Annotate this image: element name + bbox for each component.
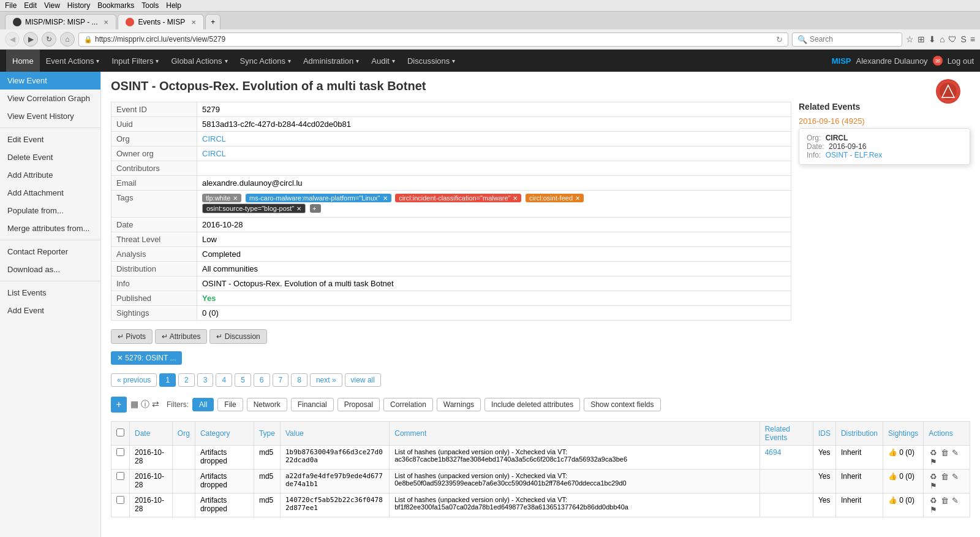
- nav-sync-actions[interactable]: Sync Actions▾: [234, 50, 297, 72]
- tag-remove-icon[interactable]: ✕: [383, 195, 388, 202]
- menu-view[interactable]: View: [44, 1, 60, 10]
- col-comment[interactable]: Comment: [390, 422, 760, 446]
- row-select-checkbox[interactable]: [116, 448, 124, 456]
- nav-event-actions[interactable]: Event Actions▾: [40, 50, 106, 72]
- sidebar-item-view-correlation-graph[interactable]: View Correlation Graph: [0, 90, 100, 107]
- sidebar-item-add-event[interactable]: Add Event: [0, 302, 100, 319]
- forward-button[interactable]: ▶: [23, 32, 38, 47]
- sidebar-item-view-event-history[interactable]: View Event History: [0, 107, 100, 125]
- nav-administration[interactable]: Administration▾: [297, 50, 365, 72]
- page-button-3[interactable]: 3: [197, 373, 214, 387]
- browser-search-box[interactable]: 🔍: [792, 32, 902, 47]
- col-date[interactable]: Date: [130, 422, 173, 446]
- address-input[interactable]: 🔒 https://misppriv.circl.lu/events/view/…: [78, 32, 788, 47]
- page-button-1[interactable]: 1: [159, 373, 176, 387]
- page-button-2[interactable]: 2: [178, 373, 195, 387]
- col-value[interactable]: Value: [280, 422, 389, 446]
- menu-edit[interactable]: Edit: [24, 1, 37, 10]
- flag-icon[interactable]: ⚑: [930, 505, 937, 514]
- menu-bookmarks[interactable]: Bookmarks: [97, 1, 134, 10]
- flag-icon[interactable]: ⚑: [930, 481, 937, 490]
- discussion-button[interactable]: ↵ Discussion: [209, 329, 266, 344]
- delete-icon[interactable]: 🗑: [941, 472, 949, 481]
- home-nav-icon[interactable]: ⌂: [940, 34, 944, 44]
- tab-github[interactable]: MISP/MISP: MISP - ... ✕: [5, 14, 116, 29]
- tag-remove-icon[interactable]: ✕: [513, 195, 518, 202]
- filter-proposal[interactable]: Proposal: [337, 398, 380, 411]
- row-select-checkbox[interactable]: [116, 496, 124, 504]
- columns-icon[interactable]: ▦: [130, 399, 138, 410]
- menu-icon[interactable]: ≡: [970, 34, 975, 44]
- filter-network[interactable]: Network: [247, 398, 287, 411]
- filter-file[interactable]: File: [217, 398, 243, 411]
- related-event-id-link[interactable]: 4694: [765, 448, 782, 457]
- attributes-button[interactable]: ↵ Attributes: [155, 329, 207, 344]
- tag-remove-icon[interactable]: ✕: [575, 195, 580, 202]
- edit-icon[interactable]: ✎: [952, 448, 959, 457]
- bookmark-icon[interactable]: ☆: [906, 34, 914, 44]
- menu-help[interactable]: Help: [166, 1, 181, 10]
- sidebar-item-add-attachment[interactable]: Add Attachment: [0, 184, 100, 202]
- reload-icon[interactable]: ↻: [776, 35, 783, 44]
- nav-input-filters[interactable]: Input Filters▾: [105, 50, 165, 72]
- nav-discussions[interactable]: Discussions▾: [401, 50, 461, 72]
- col-category[interactable]: Category: [195, 422, 254, 446]
- sidebar-item-edit-event[interactable]: Edit Event: [0, 131, 100, 148]
- info-icon[interactable]: ⓘ: [141, 399, 149, 410]
- sidebar-item-contact-reporter[interactable]: Contact Reporter: [0, 243, 100, 261]
- next-page-button[interactable]: next »: [310, 373, 342, 387]
- tab-github-close[interactable]: ✕: [104, 19, 108, 26]
- col-ids[interactable]: IDS: [813, 422, 835, 446]
- menu-tools[interactable]: Tools: [141, 1, 159, 10]
- nav-global-actions[interactable]: Global Actions▾: [165, 50, 233, 72]
- sidebar-item-populate-from[interactable]: Populate from...: [0, 202, 100, 219]
- owner-org-link[interactable]: CIRCL: [202, 149, 226, 158]
- tag-add-icon[interactable]: +: [310, 204, 321, 213]
- page-button-8[interactable]: 8: [291, 373, 307, 387]
- prev-page-button[interactable]: « previous: [111, 373, 157, 387]
- filter-show-context[interactable]: Show context fields: [584, 398, 660, 411]
- bookmark-list-icon[interactable]: ⊞: [918, 34, 925, 44]
- pivot-tag[interactable]: ✕ 5279: OSINT ...: [111, 351, 182, 365]
- new-tab-button[interactable]: +: [205, 14, 221, 29]
- filter-financial[interactable]: Financial: [291, 398, 334, 411]
- col-sightings[interactable]: Sightings: [883, 422, 923, 446]
- sidebar-item-list-events[interactable]: List Events: [0, 284, 100, 302]
- home-button[interactable]: ⌂: [60, 32, 75, 47]
- add-attribute-button[interactable]: +: [111, 397, 127, 413]
- view-all-button[interactable]: view all: [345, 373, 381, 387]
- sidebar-item-delete-event[interactable]: Delete Event: [0, 148, 100, 166]
- tab-misp[interactable]: Events - MISP ✕: [118, 14, 204, 29]
- nav-home[interactable]: Home: [6, 50, 40, 72]
- sidebar-item-view-event[interactable]: View Event: [0, 72, 100, 90]
- row-select-checkbox[interactable]: [116, 472, 124, 480]
- logout-button[interactable]: Log out: [948, 56, 974, 66]
- tag-remove-icon[interactable]: ✕: [296, 205, 301, 212]
- page-button-6[interactable]: 6: [254, 373, 270, 387]
- col-type[interactable]: Type: [254, 422, 280, 446]
- reload-button[interactable]: ↻: [42, 32, 56, 47]
- sidebar-item-add-attribute[interactable]: Add Attribute: [0, 166, 100, 184]
- col-distribution[interactable]: Distribution: [835, 422, 883, 446]
- page-button-4[interactable]: 4: [216, 373, 232, 387]
- col-related-events[interactable]: Related Events: [760, 422, 813, 446]
- recycle-icon[interactable]: ♻: [930, 472, 937, 481]
- recycle-icon[interactable]: ♻: [930, 448, 937, 457]
- delete-icon[interactable]: 🗑: [941, 448, 949, 457]
- pocket-icon[interactable]: S: [960, 34, 966, 44]
- tag-remove-icon[interactable]: ✕: [233, 195, 238, 202]
- related-event-link[interactable]: 2016-09-16 (4925): [799, 116, 865, 126]
- select-all-checkbox[interactable]: [116, 428, 124, 436]
- col-org[interactable]: Org: [172, 422, 195, 446]
- back-button[interactable]: ◀: [5, 32, 20, 47]
- download-icon[interactable]: ⬇: [929, 34, 936, 44]
- tooltip-info-link[interactable]: OSINT - ELF.Rex: [826, 151, 882, 159]
- sidebar-item-merge-attributes[interactable]: Merge attributes from...: [0, 219, 100, 237]
- flag-icon[interactable]: ⚑: [930, 457, 937, 467]
- page-button-5[interactable]: 5: [235, 373, 251, 387]
- pivots-button[interactable]: ↵ Pivots: [111, 329, 153, 344]
- search-input[interactable]: [810, 35, 895, 44]
- page-button-7[interactable]: 7: [273, 373, 289, 387]
- sighting-button[interactable]: 👍: [888, 448, 897, 457]
- delete-icon[interactable]: 🗑: [941, 496, 949, 505]
